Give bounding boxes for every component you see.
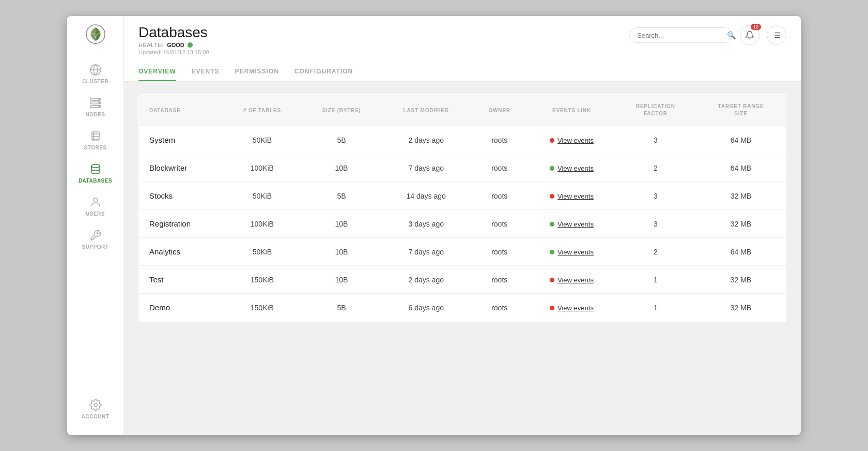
view-events-label-3[interactable]: View events <box>557 220 594 228</box>
table-row: Test 150KiB 10B 2 days ago roots View ev… <box>139 266 786 294</box>
health-row: HEALTH: GOOD <box>138 42 209 48</box>
notification-button[interactable]: 12 <box>740 25 760 45</box>
view-events-label-4[interactable]: View events <box>557 248 594 256</box>
cell-replication-factor-5: 1 <box>615 266 696 294</box>
search-icon: 🔍 <box>727 31 736 39</box>
table-row: Blockwriter 100KiB 10B 7 days ago roots … <box>139 154 786 182</box>
tab-overview[interactable]: OVERVIEW <box>138 63 176 81</box>
col-header-size-bytes: SIZE (BYTES) <box>302 95 382 126</box>
cell-last-modified-1: 7 days ago <box>381 154 471 182</box>
events-status-dot-3 <box>550 222 554 227</box>
cell-events-link-5[interactable]: View events <box>528 266 615 294</box>
cell-replication-factor-3: 3 <box>615 210 696 238</box>
view-events-label-5[interactable]: View events <box>557 276 594 284</box>
cell-database-2: Stocks <box>139 182 223 210</box>
cell-target-range-size-6: 32 MB <box>696 294 786 322</box>
sidebar-item-databases-label: DATABASES <box>79 178 112 184</box>
health-status-dot <box>188 42 193 48</box>
tab-configuration[interactable]: CONFIGURATION <box>295 63 353 81</box>
table-row: Registration 100KiB 10B 3 days ago roots… <box>139 210 786 238</box>
health-value: GOOD <box>167 42 184 48</box>
sidebar-item-users-label: USERS <box>86 211 105 217</box>
cell-database-1: Blockwriter <box>139 154 223 182</box>
table-row: System 50KiB 5B 2 days ago roots View ev… <box>139 126 786 154</box>
sidebar-item-account[interactable]: ACCOUNT <box>67 392 123 425</box>
col-header-replication-factor: REPLICATIONFACTOR <box>615 95 696 126</box>
table-row: Stocks 50KiB 5B 14 days ago roots View e… <box>139 182 786 210</box>
svg-point-12 <box>94 403 97 407</box>
sidebar-item-nodes[interactable]: NODES <box>67 89 123 123</box>
events-status-dot-4 <box>550 250 554 254</box>
view-events-label-1[interactable]: View events <box>557 164 594 172</box>
cell-num-tables-6: 150KiB <box>223 294 302 322</box>
view-events-link-5[interactable]: View events <box>550 276 594 284</box>
sidebar-item-databases[interactable]: DATABASES <box>67 156 123 189</box>
cell-size-bytes-6: 5B <box>302 294 382 322</box>
cell-events-link-6[interactable]: View events <box>528 294 615 322</box>
events-status-dot-0 <box>550 138 554 143</box>
svg-point-10 <box>91 164 100 168</box>
sidebar-item-users[interactable]: USERS <box>67 189 123 222</box>
cell-database-5: Test <box>139 266 223 294</box>
cell-num-tables-1: 100KiB <box>223 154 302 182</box>
sidebar-item-support[interactable]: SUPPORT <box>67 222 123 255</box>
cell-events-link-1[interactable]: View events <box>528 154 615 182</box>
tab-events[interactable]: EVENTS <box>191 63 219 81</box>
cell-owner-5: roots <box>471 266 528 294</box>
cell-size-bytes-1: 10B <box>302 154 382 182</box>
sidebar-item-cluster[interactable]: CLUSTER <box>67 56 123 89</box>
search-box[interactable]: 🔍 <box>629 27 733 43</box>
search-input[interactable] <box>637 32 724 39</box>
col-header-events-link: EVENTS LINK <box>528 95 615 126</box>
cell-owner-2: roots <box>471 182 528 210</box>
cell-last-modified-2: 14 days ago <box>381 182 471 210</box>
cell-events-link-3[interactable]: View events <box>528 210 615 238</box>
tab-permission[interactable]: PERMISSION <box>235 63 278 81</box>
sidebar-nav: CLUSTER NODES <box>67 56 123 392</box>
sidebar-item-support-label: SUPPORT <box>82 244 109 250</box>
cell-last-modified-6: 6 days ago <box>381 294 471 322</box>
view-events-label-2[interactable]: View events <box>557 192 594 200</box>
cell-last-modified-3: 3 days ago <box>381 210 471 238</box>
settings-button[interactable] <box>767 25 786 45</box>
title-area: Databases HEALTH: GOOD Updated: 16/01/12… <box>138 25 209 55</box>
sidebar-bottom: ACCOUNT <box>67 392 123 435</box>
cell-num-tables-4: 50KiB <box>223 238 302 266</box>
cell-events-link-4[interactable]: View events <box>528 238 615 266</box>
view-events-label-0[interactable]: View events <box>557 137 594 144</box>
events-status-dot-2 <box>550 194 554 199</box>
view-events-link-0[interactable]: View events <box>550 137 594 144</box>
sidebar-item-cluster-label: CLUSTER <box>82 79 109 84</box>
sidebar-item-stores[interactable]: STORES <box>67 123 123 156</box>
cell-size-bytes-2: 5B <box>302 182 382 210</box>
cell-replication-factor-6: 1 <box>615 294 696 322</box>
cell-replication-factor-4: 2 <box>615 238 696 266</box>
col-header-num-tables: # OF TABLES <box>223 95 302 126</box>
col-header-last-modified: LAST MODIFIED <box>381 95 471 126</box>
cell-owner-4: roots <box>471 238 528 266</box>
cell-owner-6: roots <box>471 294 528 322</box>
cell-events-link-0[interactable]: View events <box>528 126 615 154</box>
main-content: Databases HEALTH: GOOD Updated: 16/01/12… <box>124 16 801 435</box>
cell-database-6: Demo <box>139 294 223 322</box>
cell-size-bytes-5: 10B <box>302 266 382 294</box>
databases-table: DATABASE # OF TABLES SIZE (BYTES) LAST M… <box>138 94 786 322</box>
view-events-link-4[interactable]: View events <box>550 248 594 256</box>
notification-badge: 12 <box>751 24 761 30</box>
view-events-link-3[interactable]: View events <box>550 220 594 228</box>
sidebar: CLUSTER NODES <box>67 16 124 435</box>
cell-size-bytes-4: 10B <box>302 238 382 266</box>
cell-owner-1: roots <box>471 154 528 182</box>
view-events-label-6[interactable]: View events <box>557 304 594 312</box>
view-events-link-2[interactable]: View events <box>550 192 594 200</box>
view-events-link-1[interactable]: View events <box>550 164 594 172</box>
app-logo <box>83 21 109 47</box>
page-content: DATABASE # OF TABLES SIZE (BYTES) LAST M… <box>124 82 801 435</box>
header-top: Databases HEALTH: GOOD Updated: 16/01/12… <box>138 25 786 55</box>
sidebar-item-account-label: ACCOUNT <box>82 414 110 419</box>
col-header-database: DATABASE <box>139 95 223 126</box>
view-events-link-6[interactable]: View events <box>550 304 594 312</box>
col-header-target-range-size: TARGET RANGESIZE <box>696 95 786 126</box>
tabs: OVERVIEW EVENTS PERMISSION CONFIGURATION <box>138 63 786 81</box>
cell-events-link-2[interactable]: View events <box>528 182 615 210</box>
